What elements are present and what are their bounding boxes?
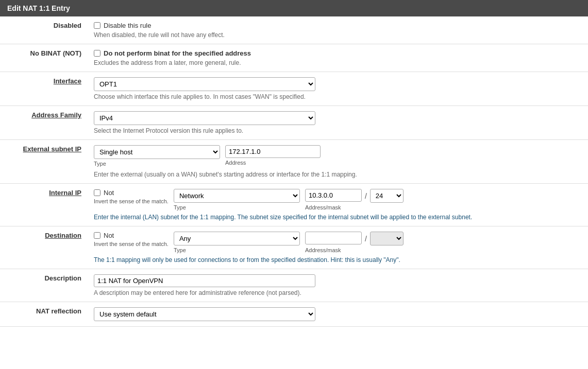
- nat-reflection-content: Use system default Enable Disable: [88, 302, 588, 327]
- destination-not-group: Not Invert the sense of the match.: [94, 232, 169, 247]
- description-label: Description: [0, 269, 88, 302]
- address-family-row: Address Family IPv4 IPv6 IPv4+IPv6 Selec…: [0, 106, 588, 140]
- internal-type-select[interactable]: Network Single host Any: [174, 189, 300, 203]
- internal-not-checkbox-row: Not: [94, 189, 169, 197]
- internal-address-mask-label: Address/mask: [305, 204, 404, 210]
- disabled-content: Disable this rule When disabled, the rul…: [88, 16, 588, 44]
- internal-type-label: Type: [174, 204, 300, 210]
- internal-address-input[interactable]: [305, 189, 362, 202]
- interface-row: Interface OPT1 WAN LAN Choose which inte…: [0, 72, 588, 106]
- internal-not-label: Not: [104, 189, 114, 197]
- destination-row: Destination Not Invert the sense of the …: [0, 226, 588, 269]
- interface-help: Choose which interface this rule applies…: [94, 93, 582, 100]
- external-subnet-fields: Single host Network Interface address Ty…: [94, 145, 582, 167]
- internal-address-group: / 24 25 16 8 Address/mask: [305, 189, 404, 210]
- disabled-checkbox[interactable]: [94, 22, 100, 29]
- external-type-select[interactable]: Single host Network Interface address: [94, 145, 220, 159]
- title-bar: Edit NAT 1:1 Entry: [0, 0, 588, 16]
- external-subnet-help: Enter the external (usually on a WAN) su…: [94, 171, 582, 178]
- interface-select[interactable]: OPT1 WAN LAN: [94, 77, 315, 91]
- internal-slash: /: [364, 190, 368, 202]
- destination-type-label: Type: [174, 247, 300, 253]
- internal-address-mask: / 24 25 16 8: [305, 189, 404, 203]
- no-binat-help: Excludes the address from a later, more …: [94, 59, 582, 66]
- internal-mask-select[interactable]: 24 25 16 8: [370, 189, 404, 203]
- external-address-label: Address: [225, 160, 321, 166]
- external-subnet-content: Single host Network Interface address Ty…: [88, 140, 588, 184]
- destination-slash: /: [364, 233, 368, 245]
- no-binat-checkbox[interactable]: [94, 50, 100, 57]
- address-family-label: Address Family: [0, 106, 88, 140]
- disabled-label: Disabled: [0, 16, 88, 44]
- address-family-content: IPv4 IPv6 IPv4+IPv6 Select the Internet …: [88, 106, 588, 140]
- internal-ip-help: Enter the internal (LAN) subnet for the …: [94, 214, 582, 221]
- destination-fields: Not Invert the sense of the match. Any S…: [94, 232, 582, 253]
- external-address-input[interactable]: [225, 145, 321, 158]
- interface-content: OPT1 WAN LAN Choose which interface this…: [88, 72, 588, 106]
- internal-not-group: Not Invert the sense of the match.: [94, 189, 169, 204]
- no-binat-content: Do not perform binat for the specified a…: [88, 44, 588, 72]
- destination-mask-select[interactable]: 24 25 16 8: [370, 232, 404, 245]
- internal-not-checkbox[interactable]: [94, 189, 100, 196]
- destination-address-input[interactable]: [305, 232, 362, 244]
- external-subnet-row: External subnet IP Single host Network I…: [0, 140, 588, 184]
- destination-help: The 1:1 mapping will only be used for co…: [94, 256, 582, 263]
- no-binat-label: No BINAT (NOT): [0, 44, 88, 72]
- description-input[interactable]: [94, 274, 315, 287]
- page-title: Edit NAT 1:1 Entry: [7, 4, 70, 12]
- destination-type-group: Any Single host Network Type: [174, 232, 300, 253]
- destination-address-mask: / 24 25 16 8: [305, 232, 404, 245]
- destination-not-label: Not: [104, 232, 114, 239]
- destination-content: Not Invert the sense of the match. Any S…: [88, 226, 588, 269]
- disabled-checkbox-label: Disable this rule: [104, 22, 152, 29]
- address-family-select[interactable]: IPv4 IPv6 IPv4+IPv6: [94, 111, 315, 125]
- internal-ip-content: Not Invert the sense of the match. Netwo…: [88, 184, 588, 226]
- destination-label: Destination: [0, 226, 88, 269]
- destination-not-checkbox[interactable]: [94, 232, 100, 239]
- disabled-help: When disabled, the rule will not have an…: [94, 31, 582, 39]
- destination-invert-help: Invert the sense of the match.: [94, 241, 169, 247]
- description-content: A description may be entered here for ad…: [88, 269, 588, 302]
- internal-ip-fields: Not Invert the sense of the match. Netwo…: [94, 189, 582, 210]
- no-binat-checkbox-row: Do not perform binat for the specified a…: [94, 49, 582, 57]
- internal-invert-help: Invert the sense of the match.: [94, 198, 169, 204]
- nat-reflection-label: NAT reflection: [0, 302, 88, 327]
- nat-reflection-row: NAT reflection Use system default Enable…: [0, 302, 588, 327]
- no-binat-row: No BINAT (NOT) Do not perform binat for …: [0, 44, 588, 72]
- internal-ip-label: Internal IP: [0, 184, 88, 226]
- nat-reflection-select[interactable]: Use system default Enable Disable: [94, 307, 315, 321]
- internal-type-group: Network Single host Any Type: [174, 189, 300, 210]
- external-address-group: Address: [225, 145, 321, 166]
- interface-label: Interface: [0, 72, 88, 106]
- address-family-help: Select the Internet Protocol version thi…: [94, 127, 582, 134]
- external-type-group: Single host Network Interface address Ty…: [94, 145, 220, 167]
- disabled-row: Disabled Disable this rule When disabled…: [0, 16, 588, 44]
- internal-ip-row: Internal IP Not Invert the sense of the …: [0, 184, 588, 226]
- destination-address-group: / 24 25 16 8 Address/mask: [305, 232, 404, 253]
- destination-type-select[interactable]: Any Single host Network: [174, 232, 300, 245]
- description-row: Description A description may be entered…: [0, 269, 588, 302]
- no-binat-checkbox-label: Do not perform binat for the specified a…: [104, 49, 251, 57]
- destination-address-mask-label: Address/mask: [305, 247, 404, 253]
- description-help: A description may be entered here for ad…: [94, 289, 582, 296]
- disabled-checkbox-row: Disable this rule: [94, 22, 582, 29]
- external-subnet-label: External subnet IP: [0, 140, 88, 184]
- destination-not-checkbox-row: Not: [94, 232, 169, 239]
- external-type-label: Type: [94, 161, 220, 167]
